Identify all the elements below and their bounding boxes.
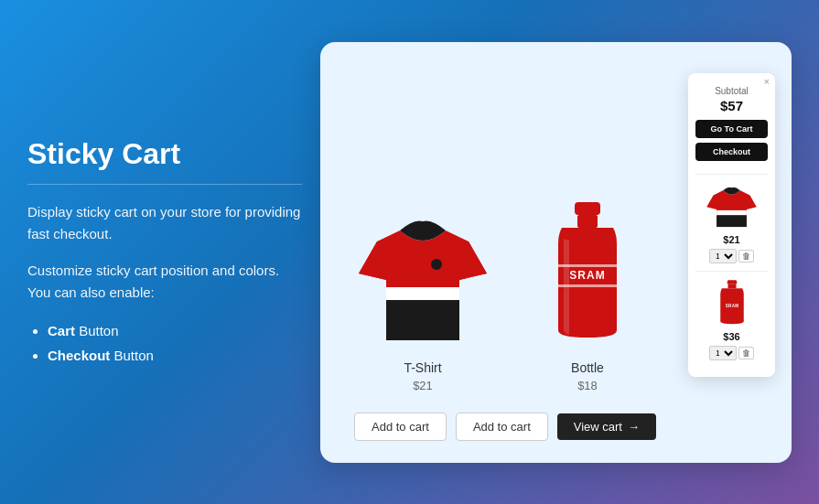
bottle-svg: SRAM bbox=[551, 202, 624, 344]
product-card-bottle: SRAM Bottle $18 bbox=[514, 196, 661, 402]
add-to-cart-tshirt-button[interactable]: Add to cart bbox=[354, 413, 447, 441]
page-title: Sticky Cart bbox=[27, 137, 302, 185]
bottle-price: $18 bbox=[577, 379, 598, 392]
checkout-button[interactable]: Checkout bbox=[695, 143, 768, 161]
subtotal-label: Subtotal bbox=[695, 86, 768, 96]
svg-rect-5 bbox=[558, 264, 617, 267]
cart-item-tshirt-image bbox=[705, 180, 760, 231]
bottom-actions: Add to cart Add to cart View cart bbox=[337, 413, 674, 441]
list-item-checkout: Checkout Button bbox=[48, 343, 302, 368]
sticky-cart-panel: × Subtotal $57 Go To Cart Checkout $21 1 bbox=[688, 73, 775, 377]
svg-rect-11 bbox=[727, 284, 736, 288]
cart-tshirt-svg bbox=[706, 182, 757, 228]
bottle-delete-button[interactable]: 🗑 bbox=[738, 347, 754, 359]
bottle-quantity-select[interactable]: 1 2 3 bbox=[709, 346, 737, 360]
tshirt-quantity-select[interactable]: 1 2 3 bbox=[709, 249, 737, 263]
checkout-rest: Button bbox=[110, 348, 154, 363]
svg-point-2 bbox=[431, 259, 442, 270]
svg-text:SRAM: SRAM bbox=[725, 304, 738, 308]
cart-item-bottle-image: SRAM bbox=[705, 277, 760, 327]
cart-item-bottle-controls: 1 2 3 🗑 bbox=[695, 346, 768, 360]
product-card-tshirt: T-Shirt $21 bbox=[350, 196, 496, 402]
cart-divider bbox=[695, 174, 768, 175]
cart-item-bottle-price: $36 bbox=[695, 331, 768, 342]
cart-rest: Button bbox=[75, 323, 119, 338]
list-item-cart: Cart Button bbox=[48, 318, 302, 343]
tshirt-svg bbox=[359, 205, 487, 342]
arrow-right-icon bbox=[628, 420, 640, 434]
cart-item-tshirt-price: $21 bbox=[695, 234, 768, 245]
products-area: T-Shirt $21 bbox=[337, 196, 674, 441]
checkout-bold: Checkout bbox=[48, 348, 110, 363]
add-to-cart-bottle-button[interactable]: Add to cart bbox=[456, 413, 548, 441]
svg-text:SRAM: SRAM bbox=[569, 269, 605, 282]
tshirt-price: $21 bbox=[413, 379, 433, 392]
bottle-name: Bottle bbox=[571, 360, 604, 375]
tshirt-image-container bbox=[350, 196, 496, 351]
cart-item-tshirt-controls: 1 2 3 🗑 bbox=[695, 249, 768, 263]
svg-rect-9 bbox=[717, 215, 747, 227]
svg-rect-4 bbox=[577, 215, 598, 228]
cart-item-bottle: SRAM $36 1 2 3 🗑 bbox=[695, 277, 768, 360]
subtotal-amount: $57 bbox=[695, 98, 768, 113]
bottle-image-container: SRAM bbox=[514, 196, 661, 351]
svg-rect-8 bbox=[717, 210, 747, 215]
description-2: Customize sticky cart position and color… bbox=[27, 260, 302, 304]
view-cart-button[interactable]: View cart bbox=[557, 413, 656, 440]
svg-rect-3 bbox=[575, 202, 600, 215]
go-to-cart-button[interactable]: Go To Cart bbox=[695, 120, 768, 138]
tshirt-name: T-Shirt bbox=[404, 360, 441, 375]
svg-rect-1 bbox=[386, 300, 459, 340]
cart-item-tshirt: $21 1 2 3 🗑 bbox=[695, 180, 768, 263]
left-panel: Sticky Cart Display sticky cart on your … bbox=[27, 137, 320, 368]
cart-bold: Cart bbox=[48, 323, 75, 338]
description-1: Display sticky cart on your store for pr… bbox=[27, 201, 302, 245]
tshirt-delete-button[interactable]: 🗑 bbox=[738, 250, 754, 263]
feature-list: Cart Button Checkout Button bbox=[27, 318, 302, 368]
products-row: T-Shirt $21 bbox=[337, 196, 674, 402]
svg-rect-10 bbox=[727, 280, 737, 284]
cart-divider-2 bbox=[695, 271, 768, 272]
right-panel: T-Shirt $21 bbox=[320, 42, 792, 463]
cart-bottle-svg: SRAM bbox=[718, 277, 746, 327]
close-icon[interactable]: × bbox=[764, 77, 770, 87]
svg-rect-6 bbox=[558, 284, 617, 287]
svg-rect-0 bbox=[386, 287, 459, 300]
